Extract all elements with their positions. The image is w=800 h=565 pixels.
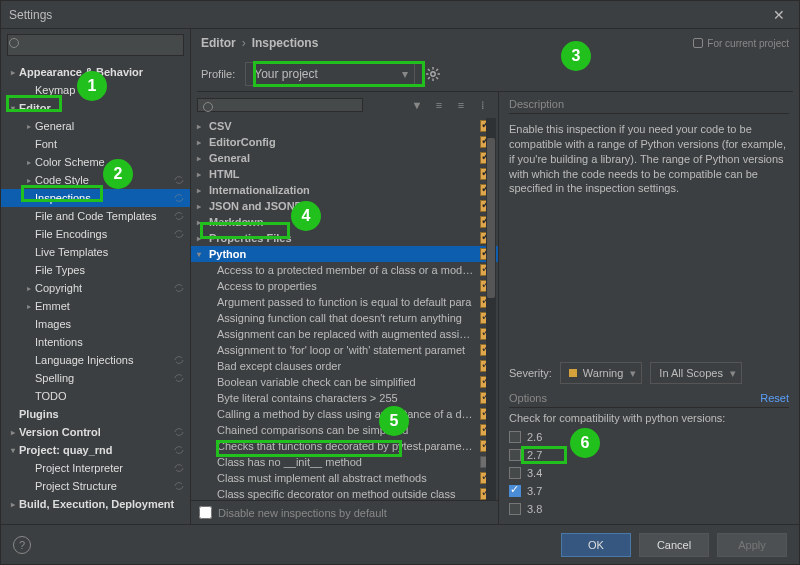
version-checkbox[interactable] bbox=[509, 449, 521, 461]
version-row-3-4[interactable]: 3.4 bbox=[509, 464, 789, 482]
scope-dropdown[interactable]: In All Scopes bbox=[650, 362, 742, 384]
sidebar-item-build-execution-deployment[interactable]: ▸Build, Execution, Deployment bbox=[1, 495, 190, 513]
options-prompt: Check for compatibility with python vers… bbox=[509, 412, 789, 424]
sidebar-search-input[interactable] bbox=[7, 34, 184, 56]
sidebar-item-intentions[interactable]: Intentions bbox=[1, 333, 190, 351]
reset-link[interactable]: Reset bbox=[760, 392, 789, 404]
inspection-row[interactable]: Byte literal contains characters > 255 bbox=[191, 390, 498, 406]
description-text: Enable this inspection if you need your … bbox=[509, 122, 789, 196]
svg-line-5 bbox=[428, 69, 430, 71]
sidebar-item-emmet[interactable]: ▸Emmet bbox=[1, 297, 190, 315]
version-label: 3.7 bbox=[527, 485, 542, 497]
inspection-row[interactable]: Boolean variable check can be simplified bbox=[191, 374, 498, 390]
inspection-row[interactable]: ▸JSON and JSON5 bbox=[191, 198, 498, 214]
sidebar-item-label: File Encodings bbox=[35, 228, 107, 240]
cancel-button[interactable]: Cancel bbox=[639, 533, 709, 557]
warning-icon bbox=[569, 369, 577, 377]
sidebar-item-appearance-behavior[interactable]: ▸Appearance & Behavior bbox=[1, 63, 190, 81]
inspection-row[interactable]: Calling a method by class using an insta… bbox=[191, 406, 498, 422]
inspection-row[interactable]: ▸HTML bbox=[191, 166, 498, 182]
inspection-row[interactable]: ▸Markdown bbox=[191, 214, 498, 230]
filter-icon[interactable]: ▼ bbox=[408, 96, 426, 114]
sidebar-tree[interactable]: ▸Appearance & BehaviorKeymap▾Editor▸Gene… bbox=[1, 61, 190, 524]
disable-new-checkbox[interactable] bbox=[199, 506, 212, 519]
version-checkbox[interactable] bbox=[509, 431, 521, 443]
sidebar-item-file-types[interactable]: File Types bbox=[1, 261, 190, 279]
ok-button[interactable]: OK bbox=[561, 533, 631, 557]
inspection-label: Assignment to 'for' loop or 'with' state… bbox=[215, 344, 474, 356]
sidebar-item-color-scheme[interactable]: ▸Color Scheme bbox=[1, 153, 190, 171]
sidebar-item-version-control[interactable]: ▸Version Control bbox=[1, 423, 190, 441]
sidebar-item-project-structure[interactable]: Project Structure bbox=[1, 477, 190, 495]
inspection-row[interactable]: ▾Python bbox=[191, 246, 498, 262]
sidebar-item-editor[interactable]: ▾Editor bbox=[1, 99, 190, 117]
severity-dropdown[interactable]: Warning bbox=[560, 362, 643, 384]
sidebar-item-images[interactable]: Images bbox=[1, 315, 190, 333]
sidebar-item-general[interactable]: ▸General bbox=[1, 117, 190, 135]
more-icon[interactable]: ⁞ bbox=[474, 96, 492, 114]
gear-icon[interactable] bbox=[425, 66, 441, 82]
chevron-icon: ▸ bbox=[25, 176, 33, 185]
inspection-label: JSON and JSON5 bbox=[207, 200, 474, 212]
scrollbar-vertical[interactable] bbox=[486, 118, 496, 500]
sidebar-item-todo[interactable]: TODO bbox=[1, 387, 190, 405]
inspections-toolbar: ▼ ≡ ≡ ⁞ bbox=[191, 92, 498, 118]
profile-dropdown[interactable]: Your project bbox=[245, 62, 415, 86]
inspection-row[interactable]: Chained comparisons can be simplified bbox=[191, 422, 498, 438]
inspection-label: Assignment can be replaced with augmente… bbox=[215, 328, 474, 340]
inspection-label: HTML bbox=[207, 168, 474, 180]
svg-point-0 bbox=[431, 72, 435, 76]
sidebar-item-inspections[interactable]: Inspections bbox=[1, 189, 190, 207]
sidebar-item-file-encodings[interactable]: File Encodings bbox=[1, 225, 190, 243]
inspection-row[interactable]: Bad except clauses order bbox=[191, 358, 498, 374]
version-row-2-6[interactable]: 2.6 bbox=[509, 428, 789, 446]
inspection-row[interactable]: ▸Properties Files bbox=[191, 230, 498, 246]
sidebar-item-language-injections[interactable]: Language Injections bbox=[1, 351, 190, 369]
severity-row: Severity: Warning In All Scopes bbox=[509, 362, 789, 384]
inspection-row[interactable]: Checks that functions decorated by pytes… bbox=[191, 438, 498, 454]
sidebar-item-label: Project Interpreter bbox=[35, 462, 123, 474]
version-checkbox[interactable] bbox=[509, 467, 521, 479]
inspection-row[interactable]: ▸EditorConfig bbox=[191, 134, 498, 150]
inspections-tree[interactable]: ▸CSV▸EditorConfig▸General▸HTML▸Internati… bbox=[191, 118, 498, 500]
sidebar-item-live-templates[interactable]: Live Templates bbox=[1, 243, 190, 261]
sidebar-item-keymap[interactable]: Keymap bbox=[1, 81, 190, 99]
severity-label: Severity: bbox=[509, 367, 552, 379]
sidebar-item-spelling[interactable]: Spelling bbox=[1, 369, 190, 387]
sidebar-item-font[interactable]: Font bbox=[1, 135, 190, 153]
inspection-row[interactable]: ▸Internationalization bbox=[191, 182, 498, 198]
sidebar-item-code-style[interactable]: ▸Code Style bbox=[1, 171, 190, 189]
expand-all-icon[interactable]: ≡ bbox=[430, 96, 448, 114]
collapse-all-icon[interactable]: ≡ bbox=[452, 96, 470, 114]
chevron-icon: ▸ bbox=[197, 186, 207, 195]
inspection-row[interactable]: Assigning function call that doesn't ret… bbox=[191, 310, 498, 326]
inspection-row[interactable]: ▸CSV bbox=[191, 118, 498, 134]
sidebar-item-project-quay-rnd[interactable]: ▾Project: quay_rnd bbox=[1, 441, 190, 459]
sidebar-item-file-and-code-templates[interactable]: File and Code Templates bbox=[1, 207, 190, 225]
version-row-2-7[interactable]: 2.7 bbox=[509, 446, 789, 464]
inspection-label: Calling a method by class using an insta… bbox=[215, 408, 474, 420]
inspections-search-input[interactable] bbox=[197, 98, 363, 112]
sidebar-item-project-interpreter[interactable]: Project Interpreter bbox=[1, 459, 190, 477]
inspection-row[interactable]: ▸General bbox=[191, 150, 498, 166]
inspection-row[interactable]: Assignment can be replaced with augmente… bbox=[191, 326, 498, 342]
inspection-row[interactable]: Class specific decorator on method outsi… bbox=[191, 486, 498, 500]
inspection-row[interactable]: Access to properties bbox=[191, 278, 498, 294]
sidebar-item-plugins[interactable]: Plugins bbox=[1, 405, 190, 423]
sidebar-item-label: Images bbox=[35, 318, 71, 330]
version-row-3-7[interactable]: 3.7 bbox=[509, 482, 789, 500]
inspection-row[interactable]: Assignment to 'for' loop or 'with' state… bbox=[191, 342, 498, 358]
version-checkbox[interactable] bbox=[509, 485, 521, 497]
version-checkbox[interactable] bbox=[509, 503, 521, 515]
inspection-row[interactable]: Access to a protected member of a class … bbox=[191, 262, 498, 278]
sidebar-item-copyright[interactable]: ▸Copyright bbox=[1, 279, 190, 297]
inspection-row[interactable]: Class must implement all abstract method… bbox=[191, 470, 498, 486]
apply-button[interactable]: Apply bbox=[717, 533, 787, 557]
sidebar-search[interactable] bbox=[1, 29, 190, 61]
inspection-row[interactable]: Class has no __init__ method bbox=[191, 454, 498, 470]
profile-value: Your project bbox=[254, 67, 318, 81]
help-button[interactable]: ? bbox=[13, 536, 31, 554]
close-icon[interactable]: ✕ bbox=[767, 7, 791, 23]
version-row-3-8[interactable]: 3.8 bbox=[509, 500, 789, 518]
inspection-row[interactable]: Argument passed to function is equal to … bbox=[191, 294, 498, 310]
